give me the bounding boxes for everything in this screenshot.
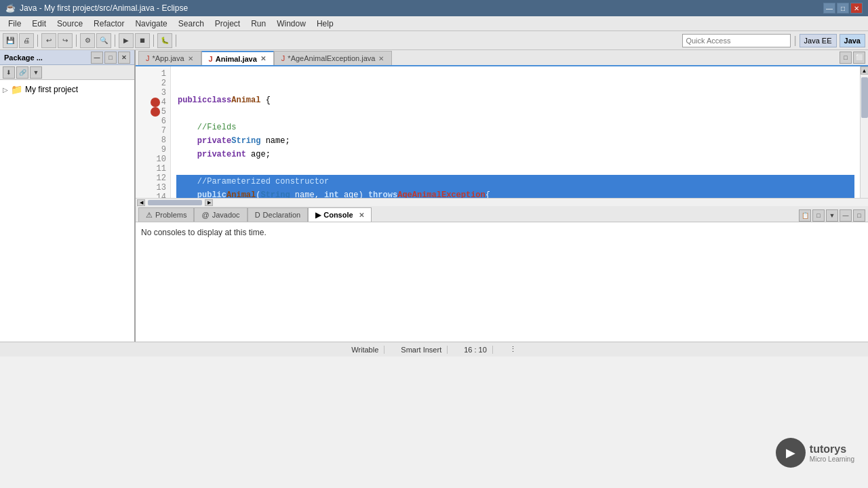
console-btn-1[interactable]: 📋 <box>799 209 811 222</box>
tab-animal-java-close[interactable]: ✕ <box>260 55 267 62</box>
pkg-toolbar-collapse[interactable]: ⬇ <box>3 66 15 79</box>
console-minimize[interactable]: — <box>840 209 852 222</box>
close-button[interactable]: ✕ <box>850 3 863 14</box>
tab-problems[interactable]: ⚠ Problems <box>138 207 194 222</box>
project-icon: 📁 <box>11 84 22 95</box>
status-extra: ⋮ <box>504 345 522 354</box>
java-ee-perspective[interactable]: Java EE <box>800 34 837 47</box>
watermark-logo: ▶ <box>776 438 806 468</box>
menu-item-help[interactable]: Help <box>311 18 339 30</box>
watermark-brand: tutorys Micro Learning <box>810 443 854 463</box>
console-icon: ▶ <box>315 211 321 220</box>
toolbar-btn-2[interactable]: 🖨 <box>19 33 34 48</box>
menu-item-source[interactable]: Source <box>52 18 88 30</box>
editor-tabs: J *App.java ✕ J Animal.java ✕ J *AgeAnim… <box>136 50 868 66</box>
code-line-2[interactable] <box>176 107 854 121</box>
title-bar-controls[interactable]: — □ ✕ <box>823 3 863 14</box>
code-line-4[interactable]: private String name; <box>176 134 854 148</box>
tab-javadoc-label: Javadoc <box>212 211 240 219</box>
bottom-panel: ⚠ Problems @ Javadoc D Declaration ▶ Con… <box>136 206 868 342</box>
pkg-toolbar-settings[interactable]: ▼ <box>30 66 42 79</box>
tab-age-exception-java[interactable]: J *AgeAnimalException.java ✕ <box>274 51 393 65</box>
menu-item-window[interactable]: Window <box>271 18 311 30</box>
minimize-button[interactable]: — <box>823 3 835 14</box>
pkg-maximize[interactable]: □ <box>104 52 117 64</box>
toolbar-btn-3[interactable]: ↩ <box>41 33 56 48</box>
status-writable: Writable <box>346 346 384 354</box>
editor-maximize[interactable]: ⬜ <box>853 52 865 64</box>
console-maximize[interactable]: □ <box>853 209 865 222</box>
breakpoint-icon <box>151 107 160 117</box>
toolbar-btn-5[interactable]: ⚙ <box>80 33 95 48</box>
toolbar-btn-1[interactable]: 💾 <box>3 33 18 48</box>
toolbar-btn-9[interactable]: 🐛 <box>157 33 172 48</box>
menu-item-navigate[interactable]: Navigate <box>130 18 172 30</box>
menu-item-search[interactable]: Search <box>173 18 210 30</box>
java-perspective[interactable]: Java <box>840 34 865 47</box>
editor-minimize[interactable]: □ <box>840 52 852 64</box>
bottom-tabs: ⚠ Problems @ Javadoc D Declaration ▶ Con… <box>136 206 868 222</box>
code-line-8[interactable]: public Animal(String name, int age) thro… <box>176 188 854 198</box>
line-num-11: 11 <box>137 164 169 174</box>
tab-javadoc[interactable]: @ Javadoc <box>194 207 247 222</box>
toolbar-sep-3 <box>115 35 115 47</box>
editor-horiz-scroll[interactable]: ◀ ▶ <box>136 198 868 206</box>
code-content[interactable]: public class Animal { //Fields private S… <box>171 66 860 198</box>
watermark-name: tutorys <box>810 443 854 455</box>
menu-item-run[interactable]: Run <box>245 18 271 30</box>
editor-scrollbar[interactable]: ▲ ▼ <box>860 66 868 198</box>
toolbar-btn-8[interactable]: ⏹ <box>135 33 150 48</box>
scroll-up[interactable]: ▲ <box>861 66 869 75</box>
scroll-thumb[interactable] <box>861 77 868 118</box>
status-insert: Smart Insert <box>395 346 448 354</box>
code-line-3[interactable]: //Fields <box>176 121 854 134</box>
code-line-6[interactable] <box>176 161 854 175</box>
toolbar-btn-4[interactable]: ↪ <box>58 33 73 48</box>
tab-age-exception-close[interactable]: ✕ <box>378 55 384 62</box>
line-gutter: 12345678910111213141516 <box>136 66 171 198</box>
pkg-minimize[interactable]: — <box>91 52 103 64</box>
tab-app-java-close[interactable]: ✕ <box>187 55 194 62</box>
pkg-toolbar-link[interactable]: 🔗 <box>16 66 28 79</box>
menu-bar: FileEditSourceRefactorNavigateSearchProj… <box>0 16 868 31</box>
tree-root[interactable]: ▷ 📁 My first project <box>3 83 132 96</box>
line-num-13: 13 <box>137 183 169 192</box>
tab-app-java[interactable]: J *App.java ✕ <box>138 51 201 65</box>
console-btn-3[interactable]: ▼ <box>826 209 838 222</box>
console-content: No consoles to display at this time. <box>136 222 868 342</box>
toolbar-btn-6[interactable]: 🔍 <box>96 33 111 48</box>
horiz-scroll-thumb[interactable] <box>148 200 202 205</box>
maximize-button[interactable]: □ <box>837 3 849 14</box>
declaration-icon: D <box>255 211 260 219</box>
tab-console[interactable]: ▶ Console ✕ <box>308 207 371 222</box>
menu-item-project[interactable]: Project <box>210 18 245 30</box>
app-java-icon: J <box>146 54 150 62</box>
quick-access-input[interactable] <box>682 34 791 47</box>
code-line-7[interactable]: //Parameterized constructor <box>176 175 854 188</box>
line-num-5: 5 <box>137 107 169 117</box>
code-editor[interactable]: 12345678910111213141516 public class Ani… <box>136 66 868 198</box>
toolbar-btn-7[interactable]: ▶ <box>119 33 134 48</box>
watermark-tagline: Micro Learning <box>810 455 854 463</box>
tab-problems-label: Problems <box>155 211 186 219</box>
console-btn-2[interactable]: □ <box>812 209 825 222</box>
code-line-5[interactable]: private int age; <box>176 148 854 161</box>
tab-declaration[interactable]: D Declaration <box>248 207 309 222</box>
line-num-6: 6 <box>137 117 169 126</box>
menu-item-file[interactable]: File <box>3 18 26 30</box>
tab-animal-java[interactable]: J Animal.java ✕ <box>201 51 274 65</box>
scroll-left[interactable]: ◀ <box>137 199 145 206</box>
breakpoint-icon <box>151 98 160 107</box>
project-name: My first project <box>25 85 78 94</box>
line-num-8: 8 <box>137 136 169 145</box>
status-position: 16 : 10 <box>458 346 493 354</box>
tab-console-close[interactable]: ✕ <box>359 211 364 219</box>
title-bar-left: ☕ Java - My first project/src/Animal.jav… <box>5 3 188 13</box>
pkg-close[interactable]: ✕ <box>118 52 130 64</box>
menu-item-edit[interactable]: Edit <box>26 18 52 30</box>
code-line-1[interactable]: public class Animal { <box>176 94 854 107</box>
tab-animal-java-label: Animal.java <box>216 55 257 63</box>
menu-item-refactor[interactable]: Refactor <box>88 18 130 30</box>
editor-area: J *App.java ✕ J Animal.java ✕ J *AgeAnim… <box>136 50 868 206</box>
scroll-right[interactable]: ▶ <box>205 199 213 206</box>
